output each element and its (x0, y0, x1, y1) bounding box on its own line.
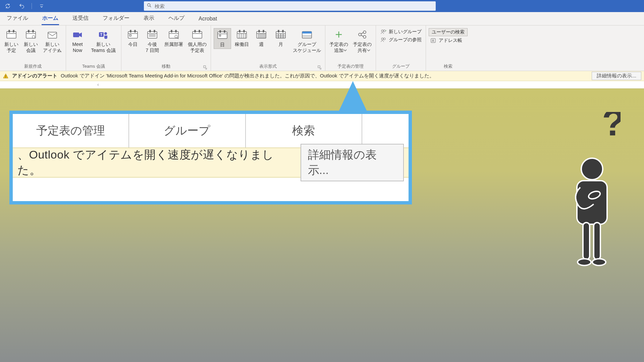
title-bar (0, 0, 644, 12)
tab-file[interactable]: ファイル (3, 12, 32, 25)
svg-line-79 (361, 33, 364, 34)
label: 今日 (128, 42, 138, 48)
svg-rect-93 (583, 223, 590, 259)
svg-rect-4 (13, 30, 14, 32)
calendar-icon (191, 29, 204, 40)
svg-point-96 (592, 259, 606, 265)
svg-rect-86 (431, 39, 435, 43)
dialog-launcher-icon[interactable] (318, 65, 322, 69)
calendar-today-icon (126, 29, 139, 40)
ribbon-tabs: ファイル ホーム 送受信 フォルダー 表示 ヘルプ Acrobat (0, 12, 644, 25)
people-plus-icon: + (380, 29, 387, 35)
svg-rect-52 (259, 30, 260, 32)
label: Meet Now (72, 42, 83, 53)
new-group-button[interactable]: + 新しいグループ (379, 28, 423, 36)
address-book-button[interactable]: アドレス帳 (429, 37, 468, 44)
calendar-icon (5, 29, 18, 40)
svg-rect-1 (7, 32, 16, 38)
new-meeting-button[interactable]: 新しい 会議 (22, 28, 40, 54)
svg-point-85 (383, 38, 385, 40)
customize-qat-chevron-icon[interactable] (36, 1, 47, 11)
svg-point-9 (32, 36, 35, 38)
callout-header-blank (362, 114, 409, 147)
svg-text:T: T (100, 33, 103, 37)
share-icon (356, 29, 369, 40)
tab-help[interactable]: ヘルプ (165, 12, 188, 25)
svg-rect-39 (220, 31, 221, 33)
schedule-view-button[interactable]: グループ スケジュール (291, 28, 322, 54)
svg-rect-53 (263, 30, 264, 32)
calendar-month-icon (274, 29, 287, 40)
svg-rect-70 (302, 32, 312, 34)
svg-text:?: ? (602, 112, 621, 143)
nav-collapse-strip: ‹ (0, 81, 644, 88)
work-week-button[interactable]: 稼働日 (233, 28, 251, 48)
new-appointment-button[interactable]: 新しい 予定 (3, 28, 20, 54)
label: 週 (259, 42, 264, 48)
calendar-workweek-icon (235, 29, 248, 40)
alert-details-button[interactable]: 詳細情報の表示... (592, 72, 641, 80)
next-7-days-button[interactable]: 今後 7 日間 (144, 28, 161, 54)
dialog-launcher-icon[interactable] (203, 65, 207, 69)
label: 今後 7 日間 (146, 42, 159, 53)
svg-rect-11 (73, 33, 79, 37)
tab-folder[interactable]: フォルダー (99, 12, 133, 25)
svg-rect-35 (199, 30, 200, 32)
svg-rect-50 (257, 32, 266, 38)
label: 新しいグループ (389, 29, 422, 35)
svg-rect-44 (239, 30, 240, 32)
tab-send-receive[interactable]: 送受信 (69, 12, 92, 25)
svg-rect-34 (195, 30, 196, 32)
label: グループ スケジュール (293, 42, 321, 53)
svg-rect-67 (278, 30, 279, 32)
chevron-down-icon (367, 48, 370, 54)
tab-acrobat[interactable]: Acrobat (195, 13, 220, 25)
group-label: 表示形式 (214, 63, 322, 70)
callout-header-search: 検索 (246, 114, 362, 147)
search-box[interactable] (144, 1, 436, 11)
undo-icon[interactable] (16, 1, 28, 11)
callout-alert-row: 、Outlook でアイテムを開く速度が遅くなりました。 詳細情報の表示... (13, 147, 409, 178)
calendar-person-icon (24, 29, 37, 40)
search-people-input[interactable]: ユーザーの検索 (429, 28, 468, 36)
svg-point-81 (381, 30, 383, 32)
meet-now-button[interactable]: Meet Now (69, 28, 86, 54)
svg-rect-36 (204, 66, 206, 68)
label: 日 (220, 42, 225, 48)
ribbon-group-goto: 今日 今後 7 日間 所属部署 個人用の 予定表 移動 (121, 25, 211, 71)
svg-point-95 (578, 259, 591, 265)
day-view-button[interactable]: 日 (214, 28, 231, 49)
people-search-icon (380, 37, 387, 43)
svg-rect-7 (28, 30, 29, 32)
illustration-background: 予定表の管理 グループ 検索 、Outlook でアイテムを開く速度が遅くなりま… (0, 88, 644, 362)
svg-rect-8 (33, 30, 34, 32)
svg-rect-94 (594, 223, 600, 259)
month-view-button[interactable]: 月 (272, 28, 289, 48)
share-calendar-button[interactable]: 予定表の 共有 (352, 28, 373, 54)
browse-groups-button[interactable]: グループの参照 (379, 36, 423, 44)
ribbon-group-new: 新しい 予定 新しい 会議 新しい アイテム 新規作成 (0, 25, 66, 71)
today-button[interactable]: 今日 (124, 28, 142, 48)
search-input[interactable] (155, 3, 433, 9)
video-camera-icon (71, 29, 84, 40)
refresh-icon[interactable] (2, 1, 13, 11)
svg-point-0 (148, 4, 150, 6)
personal-calendar-button[interactable]: 個人用の 予定表 (186, 28, 208, 54)
calendar-week-icon (146, 29, 159, 40)
svg-point-84 (381, 38, 383, 40)
address-book-icon (430, 38, 437, 44)
week-view-button[interactable]: 週 (253, 28, 270, 48)
department-calendar-button[interactable]: 所属部署 (163, 28, 184, 48)
group-label: 新規作成 (3, 63, 63, 70)
new-items-button[interactable]: 新しい アイテム (42, 28, 63, 54)
label: 新しい Teams 会議 (91, 42, 115, 53)
calendar-week-icon (255, 29, 268, 40)
callout-arrow (339, 81, 367, 111)
add-calendar-button[interactable]: 予定表の 追加 (328, 28, 350, 54)
chevron-down-icon (343, 48, 347, 54)
new-teams-meeting-button[interactable]: T 新しい Teams 会議 (88, 28, 118, 54)
tab-home[interactable]: ホーム (39, 12, 62, 25)
chevron-left-icon[interactable]: ‹ (97, 82, 99, 87)
tab-view[interactable]: 表示 (140, 12, 158, 25)
thinking-person-icon: ? (560, 112, 621, 266)
